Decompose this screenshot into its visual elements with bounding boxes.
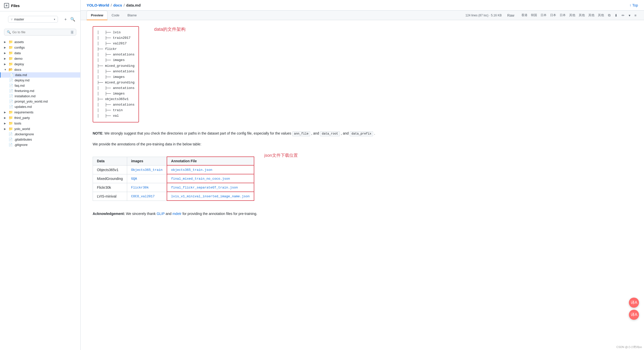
objects365-train-link[interactable]: Objects365_train [131, 168, 163, 172]
cell-data-3: Flickr30k [93, 183, 127, 192]
sidebar-item-installation-md[interactable]: 📄 installation.md [0, 93, 80, 99]
flickr-json-link[interactable]: final_flickr_separateGT_train.json [171, 186, 238, 189]
table-section: Data images Annotation File Objects365v1… [93, 152, 632, 205]
diagram-line-8: │ ├── annotations [97, 69, 134, 74]
tab-preview[interactable]: Preview [87, 11, 108, 20]
below-note: We provide the annotations of the pre-tr… [93, 141, 632, 147]
note-comma2: , and [341, 131, 350, 135]
cell-annotation-1: objects365_train.json [167, 165, 254, 174]
flickr30k-link[interactable]: Flickr30k [131, 186, 149, 189]
tab-blame[interactable]: Blame [123, 11, 141, 20]
sidebar-item-finetuning-md[interactable]: 📄 finetuning.md [0, 88, 80, 93]
more-button[interactable]: ▾ [627, 12, 632, 18]
search-input[interactable] [12, 30, 69, 34]
sidebar-item-deploy-md[interactable]: 📄 deploy.md [0, 78, 80, 83]
download-button[interactable]: ⬇ [613, 12, 619, 18]
sidebar-item-requirements[interactable]: ▶ 📁 requirements [0, 109, 80, 115]
breadcrumb-docs-link[interactable]: docs [113, 3, 122, 7]
mixed-json-link[interactable]: final_mixed_train_no_coco.json [171, 177, 230, 181]
raw-button[interactable]: Raw [506, 12, 516, 18]
branch-selector[interactable]: ⑂ master ▾ [8, 16, 58, 23]
file-icon: 📄 [9, 132, 13, 136]
sidebar-item-demo[interactable]: ▶ 📁 demo [0, 56, 80, 61]
search-button[interactable]: 🔍 [69, 16, 76, 22]
lang-other1[interactable]: 其他 [568, 12, 577, 18]
toc-button[interactable]: ≡ [633, 12, 638, 18]
sidebar-item-data[interactable]: ▶ 📁 data [0, 50, 80, 56]
diagram-line-6: │ ├── images [97, 57, 134, 63]
diagram-line-2: │ ├── train2017 [97, 35, 134, 41]
sidebar-item-docs[interactable]: ▼ 📂 docs [0, 67, 80, 72]
chevron-right-icon: ▶ [4, 63, 7, 66]
sidebar-item-tools[interactable]: ▶ 📁 tools [0, 120, 80, 126]
sidebar-item-gitattributes[interactable]: 📄 .gitattributes [0, 137, 80, 142]
lang-other4[interactable]: 其他 [596, 12, 605, 18]
sidebar-item-dockerignore[interactable]: 📄 .dockerignore [0, 132, 80, 137]
file-icon: 📄 [10, 73, 14, 77]
chevron-right-icon: ▶ [4, 116, 7, 119]
tab-actions: Raw 香港 韓国 日本 日本 日本 其他 其他 其他 其他 ⧉ ⬇ ✏ ▾ ≡ [506, 12, 638, 18]
folder-icon: 📁 [9, 116, 13, 120]
lang-jp1[interactable]: 日本 [539, 12, 548, 18]
cell-annotation-2: final_mixed_train_no_coco.json [167, 174, 254, 183]
file-icon: 📄 [9, 143, 13, 147]
gqa-link[interactable]: GQA [131, 177, 137, 181]
tab-code[interactable]: Code [108, 11, 123, 20]
file-icon: 📄 [9, 78, 13, 82]
lang-kr[interactable]: 韓国 [529, 12, 539, 18]
coco-val2017-link[interactable]: COCO_val2017 [131, 195, 155, 198]
cell-annotation-4: lvis_v1_minival_inserted_image_name.json [167, 192, 254, 201]
sidebar-item-yolo-world[interactable]: ▶ 📁 yolo_world [0, 126, 80, 132]
mdetr-link[interactable]: mdetr [172, 212, 182, 216]
files-icon: ⊞ [4, 3, 9, 8]
translate-btn-2[interactable]: 译A [629, 310, 639, 320]
lang-other3[interactable]: 其他 [587, 12, 596, 18]
top-link[interactable]: ↑ Top [629, 3, 638, 7]
diagram-line-12: │ ├── images [97, 91, 134, 97]
table-row-objects365v1: Objects365v1 Objects365_train objects365… [93, 165, 254, 174]
code-ann-file: ann_file [292, 131, 310, 136]
copy-button[interactable]: ⧉ [606, 12, 612, 18]
lang-jp2[interactable]: 日本 [549, 12, 558, 18]
sidebar-item-data-md[interactable]: 📄 data.md [0, 72, 80, 78]
table-row-mixedgrounding: MixedGrounding GQA final_mixed_train_no_… [93, 174, 254, 183]
sidebar-item-third-party[interactable]: ▶ 📁 third_party [0, 115, 80, 120]
col-annotation-file: Annotation File [167, 157, 254, 165]
sidebar-item-configs[interactable]: ▶ 📁 configs [0, 45, 80, 50]
lang-other2[interactable]: 其他 [577, 12, 586, 18]
chevron-right-icon: ▶ [4, 46, 7, 49]
sidebar-item-prompt-yolo-md[interactable]: 📄 prompt_yolo_world.md [0, 99, 80, 104]
chevron-right-icon: ▶ [4, 57, 7, 60]
translate-btn-1[interactable]: 译A [629, 298, 639, 308]
note-end: . [374, 131, 375, 135]
note-bold: NOTE [93, 131, 102, 135]
sidebar-item-deploy[interactable]: ▶ 📁 deploy [0, 61, 80, 67]
cell-images-3: Flickr30k [127, 183, 167, 192]
sidebar-item-assets[interactable]: ▶ 📁 assets [0, 39, 80, 45]
folder-icon: 📁 [9, 51, 13, 55]
table-row-lvis: LVIS-minival COCO_val2017 lvis_v1_miniva… [93, 192, 254, 201]
acknowledgement-section: Acknowledgement: We sincerely thank GLIP… [93, 211, 632, 217]
glip-link[interactable]: GLIP [157, 212, 165, 216]
objects365-json-link[interactable]: objects365_train.json [171, 168, 212, 172]
content-body: │ ├── lvis │ ├── train2017 │ ├── val2017… [81, 20, 644, 350]
note-and: and [313, 131, 320, 135]
sidebar-item-gitignore[interactable]: 📄 .gitignore [0, 142, 80, 147]
arrow-up-icon: ↑ [629, 3, 631, 7]
add-file-button[interactable]: + [63, 17, 68, 22]
note-comma: , [310, 131, 312, 135]
breadcrumb-separator: / [124, 3, 125, 7]
diagram-line-15: │ ├── train [97, 108, 134, 113]
sidebar-item-updates-md[interactable]: 📄 updates.md [0, 104, 80, 109]
branch-name: master [14, 17, 52, 21]
sidebar-item-faq-md[interactable]: 📄 faq.md [0, 83, 80, 88]
diagram-line-16: │ ├── val [97, 113, 134, 119]
breadcrumb: YOLO-World / docs / data.md [87, 3, 141, 7]
edit-button[interactable]: ✏ [620, 12, 626, 18]
lvis-json-link[interactable]: lvis_v1_minival_inserted_image_name.json [171, 195, 250, 198]
lang-jp3[interactable]: 日本 [558, 12, 567, 18]
breadcrumb-repo-link[interactable]: YOLO-World [87, 3, 109, 7]
lang-hk[interactable]: 香港 [520, 12, 529, 18]
branch-icon: ⑂ [11, 18, 13, 21]
breadcrumb-current: data.md [126, 3, 141, 7]
